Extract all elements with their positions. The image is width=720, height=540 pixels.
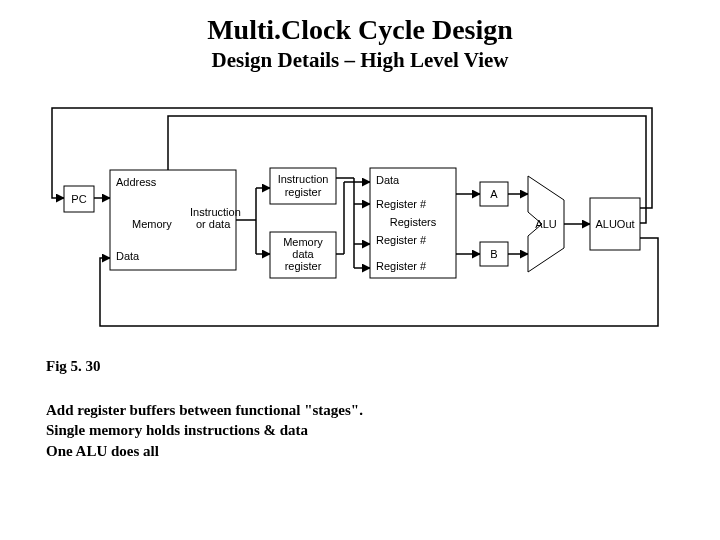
note-line-1: Add register buffers between functional … <box>46 400 363 420</box>
regfile-regno3-label: Register # <box>376 260 427 272</box>
page-title: Multi.Clock Cycle Design <box>0 14 720 46</box>
aluout-label: ALUOut <box>595 218 634 230</box>
note-line-2: Single memory holds instructions & data <box>46 420 363 440</box>
memory-block-label: Memory <box>132 218 172 230</box>
instruction-register-label-1: Instruction <box>278 173 329 185</box>
a-register-label: A <box>490 188 498 200</box>
memory-data-register-label-1: Memory <box>283 236 323 248</box>
figure-notes: Add register buffers between functional … <box>46 400 363 461</box>
regfile-regno2-label: Register # <box>376 234 427 246</box>
b-register-label: B <box>490 248 497 260</box>
memory-instr-or-data-1: Instruction <box>190 206 241 218</box>
regfile-data-label: Data <box>376 174 400 186</box>
memory-data-register-label-3: register <box>285 260 322 272</box>
note-line-3: One ALU does all <box>46 441 363 461</box>
memory-address-label: Address <box>116 176 157 188</box>
alu-label: ALU <box>535 218 556 230</box>
regfile-block-label: Registers <box>390 216 437 228</box>
memory-data-label: Data <box>116 250 140 262</box>
regfile-regno1-label: Register # <box>376 198 427 210</box>
figure-caption: Fig 5. 30 <box>46 358 101 375</box>
pc-label: PC <box>71 193 86 205</box>
instruction-register-label-2: register <box>285 186 322 198</box>
page-subtitle: Design Details – High Level View <box>0 48 720 73</box>
memory-instr-or-data-2: or data <box>196 218 231 230</box>
memory-data-register-label-2: data <box>292 248 314 260</box>
datapath-diagram: PC Address Instruction or data Memory Da… <box>42 98 662 338</box>
